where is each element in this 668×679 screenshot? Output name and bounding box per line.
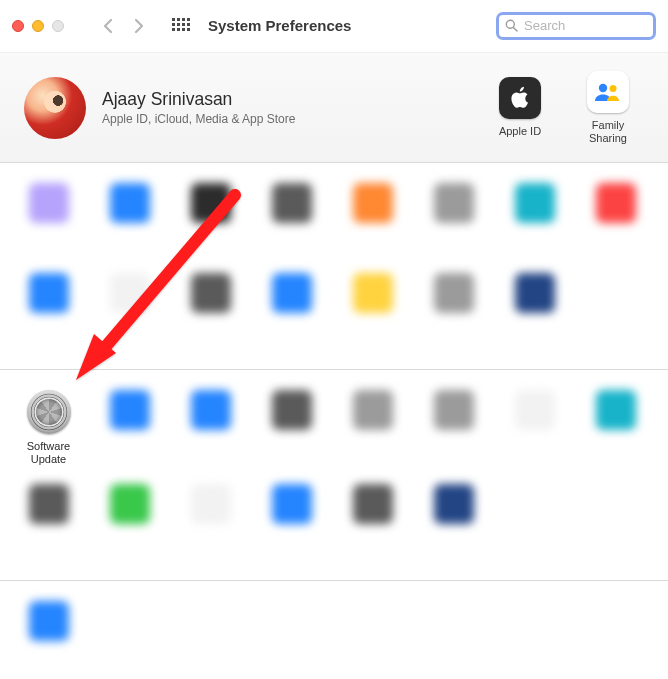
pref-item[interactable] — [251, 273, 332, 345]
grid-icon — [172, 18, 188, 34]
pref-item[interactable] — [494, 273, 575, 345]
pref-item[interactable] — [8, 484, 89, 556]
pref-label — [533, 319, 536, 345]
pref-label — [47, 530, 50, 556]
pref-item[interactable] — [170, 183, 251, 255]
pref-icon — [272, 484, 312, 524]
forward-button[interactable] — [126, 14, 150, 38]
pref-item[interactable] — [575, 183, 656, 255]
pref-icon — [272, 183, 312, 223]
close-window-button[interactable] — [12, 20, 24, 32]
pref-item[interactable] — [413, 183, 494, 255]
pref-item[interactable] — [251, 183, 332, 255]
pref-icon — [353, 390, 393, 430]
back-button[interactable] — [96, 14, 120, 38]
pref-label — [128, 229, 131, 255]
svg-point-2 — [599, 84, 607, 92]
pref-item[interactable] — [8, 601, 89, 673]
svg-line-1 — [513, 27, 517, 31]
software-update-icon — [27, 390, 71, 434]
user-name: Ajaay Srinivasan — [102, 89, 295, 110]
pref-label — [614, 229, 617, 255]
pref-label — [290, 229, 293, 255]
pref-label — [47, 319, 50, 345]
pref-icon — [596, 183, 636, 223]
preferences-grid: Software Update — [0, 163, 668, 679]
user-subtitle: Apple ID, iCloud, Media & App Store — [102, 112, 295, 126]
pref-label — [452, 530, 455, 556]
apple-logo-icon — [499, 77, 541, 119]
apple-id-label: Apple ID — [499, 125, 541, 138]
pref-label — [290, 530, 293, 556]
pref-icon — [110, 273, 150, 313]
pref-label — [371, 229, 374, 255]
pref-icon — [29, 601, 69, 641]
pref-label — [128, 530, 131, 556]
family-sharing-icon — [587, 71, 629, 113]
pref-label — [290, 319, 293, 345]
pref-label — [47, 647, 50, 673]
user-avatar[interactable] — [24, 77, 86, 139]
pref-label — [533, 436, 536, 462]
pref-label — [371, 436, 374, 462]
window-title: System Preferences — [208, 17, 351, 34]
pref-icon — [596, 390, 636, 430]
pref-item[interactable] — [332, 273, 413, 345]
pref-item[interactable] — [170, 484, 251, 556]
show-all-button[interactable] — [170, 16, 190, 36]
user-text: Ajaay Srinivasan Apple ID, iCloud, Media… — [102, 89, 295, 126]
pref-icon — [29, 484, 69, 524]
pref-item[interactable] — [251, 390, 332, 466]
pref-label — [209, 436, 212, 462]
pref-icon — [515, 183, 555, 223]
pref-software-update[interactable]: Software Update — [8, 390, 89, 466]
pref-label — [452, 229, 455, 255]
pref-item[interactable] — [170, 273, 251, 345]
pref-item[interactable] — [89, 390, 170, 466]
pref-item[interactable] — [413, 273, 494, 345]
pref-label — [290, 436, 293, 462]
pref-label — [371, 530, 374, 556]
pref-item[interactable] — [251, 484, 332, 556]
pref-item[interactable] — [413, 484, 494, 556]
pref-icon — [110, 183, 150, 223]
grid-section-1 — [0, 163, 668, 370]
pref-item[interactable] — [332, 183, 413, 255]
apple-id-button[interactable]: Apple ID — [484, 77, 556, 138]
pref-icon — [434, 183, 474, 223]
pref-item[interactable] — [413, 390, 494, 466]
pref-label — [209, 530, 212, 556]
pref-label — [47, 229, 50, 255]
search-icon — [505, 19, 518, 32]
pref-label — [533, 229, 536, 255]
pref-item[interactable] — [332, 390, 413, 466]
account-header: Ajaay Srinivasan Apple ID, iCloud, Media… — [0, 52, 668, 163]
window-controls — [12, 20, 64, 32]
minimize-window-button[interactable] — [32, 20, 44, 32]
pref-item[interactable] — [89, 273, 170, 345]
pref-item[interactable] — [89, 484, 170, 556]
pref-icon — [353, 273, 393, 313]
pref-item[interactable] — [8, 273, 89, 345]
family-sharing-button[interactable]: Family Sharing — [572, 71, 644, 144]
pref-item[interactable] — [575, 390, 656, 466]
search-field[interactable] — [496, 12, 656, 40]
pref-label — [209, 229, 212, 255]
pref-icon — [110, 484, 150, 524]
pref-icon — [191, 390, 231, 430]
pref-icon — [434, 273, 474, 313]
pref-icon — [515, 390, 555, 430]
pref-item[interactable] — [494, 390, 575, 466]
pref-icon — [272, 390, 312, 430]
pref-item[interactable] — [332, 484, 413, 556]
pref-item[interactable] — [8, 183, 89, 255]
search-input[interactable] — [524, 18, 647, 33]
pref-item[interactable] — [170, 390, 251, 466]
pref-item[interactable] — [89, 183, 170, 255]
toolbar: System Preferences — [0, 0, 668, 52]
pref-item[interactable] — [494, 183, 575, 255]
pref-icon — [434, 390, 474, 430]
pref-label — [614, 436, 617, 462]
family-sharing-label: Family Sharing — [572, 119, 644, 144]
pref-label — [452, 319, 455, 345]
